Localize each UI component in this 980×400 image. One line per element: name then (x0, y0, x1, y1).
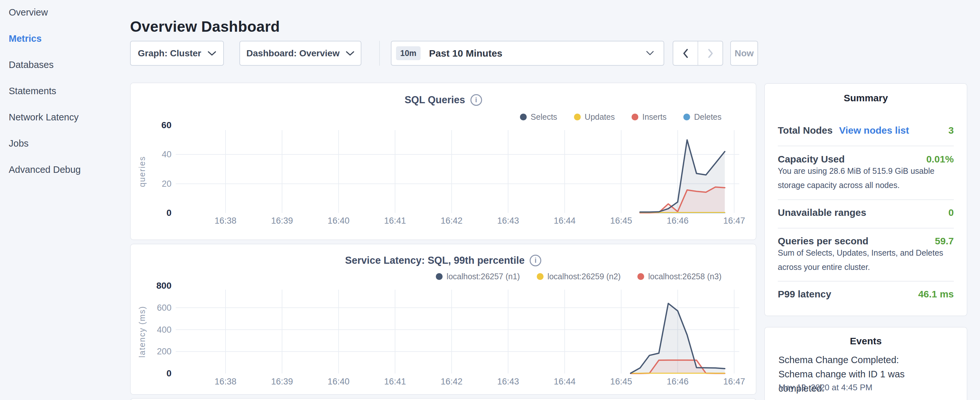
summary-label: Queries per second (778, 236, 869, 247)
summary-value: 3 (948, 125, 954, 136)
summary-panel: Summary Total Nodes View nodes list 3 Ca… (764, 83, 967, 316)
summary-value: 46.1 ms (918, 288, 954, 300)
sidebar-item-metrics[interactable]: Metrics (9, 33, 125, 43)
time-step-buttons (673, 41, 723, 66)
service-latency-chart-card: Service Latency: SQL, 99th percentile i … (130, 244, 756, 395)
summary-value: 59.7 (935, 236, 954, 247)
x-tick-label: 16:42 (441, 216, 463, 226)
view-nodes-list-link[interactable]: View nodes list (839, 125, 909, 136)
x-tick-label: 16:40 (328, 216, 350, 226)
x-tick-label: 16:45 (610, 216, 632, 226)
summary-row-queries-per-second: Queries per second 59.7 (778, 236, 954, 247)
x-tick-label: 16:46 (667, 216, 689, 226)
x-tick-label: 16:46 (667, 377, 689, 386)
x-tick-label: 16:45 (610, 377, 632, 386)
sidebar-item-overview[interactable]: Overview (9, 8, 125, 17)
time-range-dropdown[interactable]: 10m Past 10 Minutes (391, 41, 664, 66)
y-tick-label: 600 (157, 303, 172, 312)
summary-row-unavailable-ranges: Unavailable ranges 0 (778, 207, 954, 218)
y-tick-label: 40 (162, 150, 172, 159)
divider (778, 228, 954, 228)
sidebar-item-statements[interactable]: Statements (9, 86, 125, 96)
x-tick-label: 16:43 (497, 216, 519, 226)
now-button-label: Now (735, 48, 754, 59)
y-tick-label: 20 (162, 179, 172, 189)
graph-scope-dropdown[interactable]: Graph: Cluster (130, 41, 224, 66)
x-tick-label: 16:47 (724, 377, 745, 386)
x-tick-label: 16:41 (384, 216, 406, 226)
next-chart-card (130, 398, 756, 400)
time-step-back-button[interactable] (673, 41, 698, 65)
summary-description: You are using 28.6 MiB of 515.9 GiB usab… (778, 164, 955, 192)
sidebar-item-advanced-debug[interactable]: Advanced Debug (9, 165, 125, 174)
summary-description: Sum of Selects, Updates, Inserts, and De… (778, 245, 955, 274)
sidebar-item-jobs[interactable]: Jobs (9, 139, 125, 148)
divider (778, 146, 954, 146)
now-button[interactable]: Now (730, 41, 758, 66)
dashboard-dropdown[interactable]: Dashboard: Overview (239, 41, 361, 66)
page-title: Overview Dashboard (130, 18, 280, 35)
x-tick-label: 16:40 (328, 377, 350, 386)
x-tick-label: 16:47 (724, 216, 745, 226)
chevron-down-icon (646, 51, 654, 56)
time-range-badge: 10m (396, 46, 421, 60)
graph-scope-dropdown-label: Graph: Cluster (138, 48, 201, 59)
summary-label: Total Nodes (778, 125, 832, 136)
summary-row-p99-latency: P99 latency 46.1 ms (778, 288, 954, 300)
sql-queries-chart-card: SQL Queries i Selects Updates Inserts De… (130, 83, 756, 240)
summary-row-capacity: Capacity Used 0.01% (778, 154, 954, 165)
summary-label: Capacity Used (778, 154, 845, 165)
sql-queries-plot[interactable]: 16:3816:3916:4016:4116:4216:4316:4416:45… (131, 83, 756, 239)
event-timestamp: May 13, 2020 at 4:45 PM (778, 382, 940, 392)
sidebar-item-network-latency[interactable]: Network Latency (9, 112, 125, 122)
events-panel: Events Schema Change Completed: Schema c… (764, 327, 967, 400)
chevron-down-icon (208, 51, 216, 56)
time-range-label: Past 10 Minutes (429, 48, 646, 59)
x-tick-label: 16:38 (215, 377, 237, 386)
y-tick-label: 800 (156, 280, 172, 291)
chevron-left-icon (682, 48, 689, 59)
summary-value: 0 (948, 207, 954, 218)
x-tick-label: 16:42 (441, 377, 463, 386)
toolbar-divider (379, 41, 380, 66)
service-latency-plot[interactable]: 16:3816:3916:4016:4116:4216:4316:4416:45… (131, 244, 756, 394)
summary-value: 0.01% (926, 154, 954, 165)
x-tick-label: 16:39 (271, 377, 293, 386)
y-axis-label: queries (137, 156, 146, 187)
time-step-forward-button[interactable] (698, 41, 722, 65)
divider (778, 199, 954, 200)
x-tick-label: 16:39 (271, 216, 293, 226)
x-tick-label: 16:41 (384, 377, 406, 386)
y-tick-label: 0 (166, 208, 172, 218)
y-axis-label: latency (ms) (137, 306, 146, 358)
y-tick-label: 60 (161, 120, 172, 130)
events-title: Events (765, 336, 967, 347)
y-tick-label: 200 (157, 347, 172, 356)
sidebar-item-databases[interactable]: Databases (9, 60, 125, 70)
summary-row-total-nodes: Total Nodes View nodes list 3 (778, 125, 954, 136)
y-tick-label: 0 (166, 368, 172, 378)
summary-label: P99 latency (778, 288, 831, 300)
chevron-down-icon (346, 51, 354, 56)
x-tick-label: 16:44 (554, 377, 576, 386)
x-tick-label: 16:43 (497, 377, 519, 386)
summary-label: Unavailable ranges (778, 207, 866, 218)
y-tick-label: 400 (157, 325, 172, 335)
sidebar: Overview Metrics Databases Statements Ne… (9, 8, 125, 191)
x-tick-label: 16:44 (554, 216, 576, 226)
x-tick-label: 16:38 (215, 216, 237, 226)
dashboard-dropdown-label: Dashboard: Overview (247, 48, 340, 59)
divider (778, 281, 954, 282)
summary-title: Summary (765, 92, 967, 104)
chevron-right-icon (707, 48, 714, 59)
